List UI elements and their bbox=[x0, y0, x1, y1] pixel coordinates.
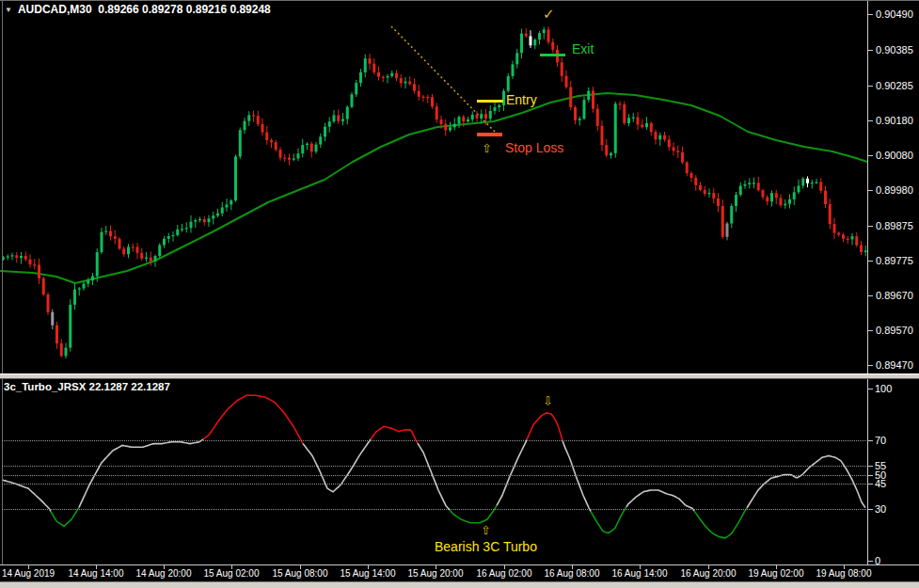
oscillator-axis-label: 70 bbox=[875, 435, 886, 446]
buy-arrow-icon: ⇧ bbox=[482, 142, 492, 154]
price-chart-canvas[interactable] bbox=[0, 0, 919, 373]
oscillator-level-line bbox=[2, 509, 866, 510]
candle-body bbox=[837, 233, 840, 235]
price-axis-tick bbox=[868, 330, 873, 331]
oscillator-axis-tick bbox=[868, 484, 873, 485]
candle-body bbox=[610, 153, 612, 155]
candle-body bbox=[860, 246, 863, 252]
candle-body bbox=[561, 62, 563, 76]
candle-body bbox=[418, 91, 420, 97]
oscillator-axis-tick bbox=[868, 509, 873, 510]
candle-body bbox=[172, 235, 175, 236]
oscillator-line-segment bbox=[626, 490, 694, 511]
entry-label: Entry bbox=[506, 92, 537, 107]
candle-body bbox=[708, 193, 711, 194]
candle-body bbox=[686, 163, 689, 174]
candle-body bbox=[515, 53, 518, 64]
candle-body bbox=[530, 37, 532, 46]
price-axis-tick bbox=[868, 155, 873, 156]
candle-body bbox=[319, 136, 322, 144]
candle-body bbox=[42, 278, 45, 294]
exit-price-line[interactable] bbox=[540, 54, 565, 56]
time-axis-label: 14 Aug 2019 bbox=[2, 568, 55, 579]
oscillator-line-segment bbox=[497, 439, 527, 505]
candle-body bbox=[596, 109, 599, 126]
candle-body bbox=[762, 190, 765, 197]
candle-body bbox=[717, 199, 720, 206]
candle-body bbox=[413, 84, 416, 90]
candle-body bbox=[658, 135, 661, 140]
candle-body bbox=[382, 77, 385, 78]
pane-splitter[interactable] bbox=[0, 373, 919, 379]
time-axis-label: 15 Aug 20:00 bbox=[408, 568, 464, 579]
candle-body bbox=[176, 230, 179, 235]
time-axis-label: 15 Aug 02:00 bbox=[204, 568, 260, 579]
candle-body bbox=[198, 219, 201, 220]
candles bbox=[2, 26, 867, 358]
price-axis-tick bbox=[868, 226, 873, 227]
candle-body bbox=[185, 228, 188, 229]
candle-body bbox=[547, 29, 550, 41]
price-axis-tick bbox=[868, 86, 873, 87]
oscillator-axis-tick bbox=[868, 561, 873, 562]
candle-body bbox=[221, 207, 224, 213]
time-axis-label: 16 Aug 14:00 bbox=[612, 568, 668, 579]
candle-body bbox=[275, 142, 277, 150]
bearish-signal-label: Bearish 3C Turbo bbox=[435, 539, 537, 554]
entry-price-line[interactable] bbox=[477, 100, 503, 103]
candle-body bbox=[261, 124, 264, 133]
oscillator-line-segment bbox=[527, 413, 562, 440]
candle-body bbox=[69, 305, 71, 348]
time-axis-border bbox=[0, 564, 919, 565]
candle-body bbox=[569, 87, 572, 107]
candle-body bbox=[574, 107, 577, 120]
candle-body bbox=[694, 178, 697, 185]
candle-body bbox=[328, 121, 331, 127]
price-axis-label: 0.89670 bbox=[876, 290, 913, 301]
candle-body bbox=[735, 195, 737, 206]
oscillator-line-segment bbox=[694, 508, 747, 538]
oversold-arrow-icon: ⇧ bbox=[481, 524, 491, 536]
oscillator-axis-tick bbox=[868, 466, 873, 467]
candle-body bbox=[829, 204, 832, 224]
candle-body bbox=[793, 192, 796, 199]
exit-label: Exit bbox=[572, 41, 594, 56]
candle-body bbox=[163, 239, 166, 246]
candle-body bbox=[489, 111, 492, 119]
candle-body bbox=[310, 144, 313, 151]
time-axis-label: 15 Aug 08:00 bbox=[273, 568, 328, 579]
candle-body bbox=[24, 256, 27, 260]
candle-body bbox=[766, 197, 768, 201]
price-axis-tick bbox=[868, 50, 873, 51]
candle-body bbox=[234, 156, 237, 200]
candle-body bbox=[449, 127, 452, 130]
time-axis-label: 16 Aug 02:00 bbox=[477, 568, 532, 579]
candle-body bbox=[359, 72, 362, 83]
candle-body bbox=[770, 193, 773, 201]
candle-body bbox=[51, 312, 54, 326]
candle-body bbox=[337, 115, 340, 120]
stop-loss-price-line[interactable] bbox=[477, 133, 502, 136]
candle-body bbox=[484, 114, 487, 119]
oscillator-line-segment bbox=[203, 395, 303, 443]
price-axis-label: 0.90490 bbox=[876, 8, 913, 20]
candle-body bbox=[101, 232, 103, 252]
price-axis-label: 0.90080 bbox=[876, 150, 913, 161]
oscillator-canvas[interactable] bbox=[0, 379, 919, 564]
candle-body bbox=[512, 64, 515, 76]
chart-dropdown-icon: ▼ bbox=[5, 6, 12, 14]
candle-body bbox=[136, 246, 139, 252]
oscillator-level-line bbox=[2, 475, 866, 476]
candle-body bbox=[520, 34, 523, 54]
oscillator-line-segment bbox=[79, 439, 203, 508]
sell-signal-arrow-icon: ⇩ bbox=[543, 395, 553, 407]
candle-body bbox=[578, 119, 581, 120]
candle-body bbox=[293, 158, 295, 159]
candle-body bbox=[11, 255, 14, 256]
candle-body bbox=[252, 115, 255, 116]
candle-body bbox=[422, 97, 425, 98]
oscillator-line-segment bbox=[2, 480, 51, 512]
price-axis-tick bbox=[868, 261, 873, 262]
oscillator-line-segment bbox=[418, 443, 450, 510]
oscillator-line-segment bbox=[51, 507, 79, 526]
